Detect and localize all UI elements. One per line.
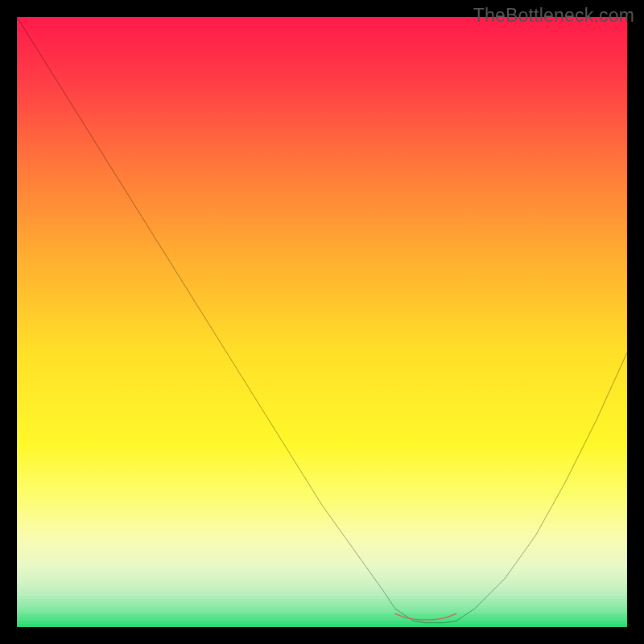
plot-frame (17, 17, 627, 627)
watermark-text: TheBottleneck.com (473, 5, 634, 27)
chart-svg (17, 17, 627, 627)
bottleneck-curve (17, 17, 627, 623)
optimal-marker (395, 613, 456, 620)
plot-area (17, 17, 627, 627)
